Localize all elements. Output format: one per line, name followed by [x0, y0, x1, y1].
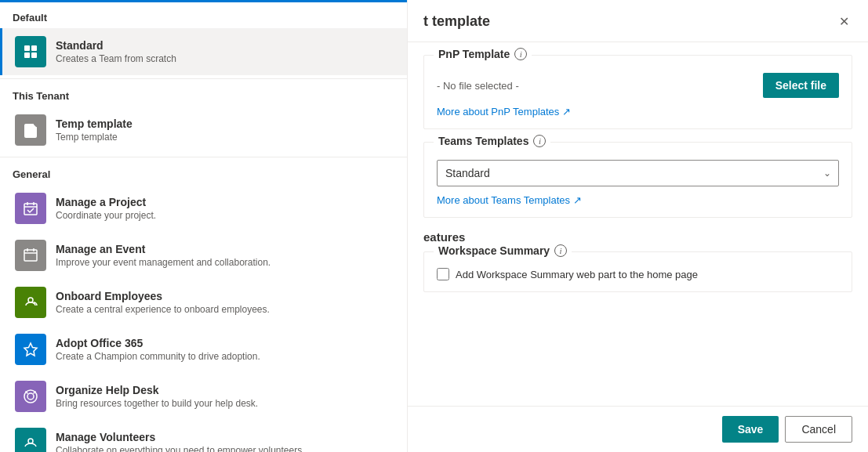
- close-button[interactable]: ✕: [836, 11, 852, 32]
- pnp-template-section: PnP Template i - No file selected - Sele…: [423, 55, 852, 129]
- panel-title: t template: [423, 13, 490, 30]
- cancel-button[interactable]: Cancel: [785, 416, 852, 443]
- external-link-icon-teams: ↗: [573, 194, 582, 206]
- right-panel: t template ✕ PnP Template i - No file se…: [408, 0, 868, 452]
- template-subtitle-volunteers: Collaborate on everything you need to em…: [56, 445, 305, 452]
- template-subtitle-standard: Creates a Team from scratch: [56, 53, 176, 64]
- more-pnp-link[interactable]: More about PnP Templates ↗: [437, 106, 571, 118]
- template-subtitle-manage-event: Improve your event management and collab…: [56, 257, 271, 268]
- workspace-checkbox-label[interactable]: Add Workspace Summary web part to the ho…: [456, 269, 698, 280]
- svg-marker-13: [24, 343, 37, 356]
- template-text-standard: Standard Creates a Team from scratch: [56, 39, 176, 64]
- template-item-temp[interactable]: Temp template Temp template: [0, 107, 407, 154]
- template-item-adopt-office[interactable]: Adopt Office 365 Create a Champion commu…: [0, 326, 407, 373]
- template-title-temp: Temp template: [56, 118, 133, 130]
- panel-content: PnP Template i - No file selected - Sele…: [408, 42, 868, 406]
- section-header-default: Default: [0, 0, 407, 28]
- template-title-manage-event: Manage an Event: [56, 243, 271, 255]
- template-text-volunteers: Manage Volunteers Collaborate on everyth…: [56, 431, 305, 452]
- section-header-general: General: [0, 161, 407, 185]
- template-icon-helpdesk: [15, 381, 46, 412]
- template-item-standard[interactable]: Standard Creates a Team from scratch: [0, 28, 407, 75]
- no-file-row: - No file selected - Select file: [437, 73, 839, 98]
- svg-point-15: [27, 393, 34, 400]
- pnp-section-label: PnP Template i: [434, 48, 532, 60]
- more-teams-link[interactable]: More about Teams Templates ↗: [437, 194, 582, 206]
- panel-footer: Save Cancel: [408, 406, 868, 452]
- svg-rect-2: [24, 52, 30, 58]
- template-item-volunteers[interactable]: Manage Volunteers Collaborate on everyth…: [0, 420, 407, 452]
- template-text-manage-project: Manage a Project Coordinate your project…: [56, 196, 156, 221]
- template-icon-standard: [15, 36, 46, 67]
- workspace-checkbox-row: Add Workspace Summary web part to the ho…: [437, 268, 839, 280]
- teams-section-label: Teams Templates i: [434, 135, 550, 147]
- template-subtitle-adopt-office: Create a Champion community to drive ado…: [56, 351, 260, 362]
- template-subtitle-onboard: Create a central experience to onboard e…: [56, 304, 270, 315]
- template-title-volunteers: Manage Volunteers: [56, 431, 305, 443]
- template-subtitle-helpdesk: Bring resources together to build your h…: [56, 398, 258, 409]
- template-icon-volunteers: [15, 428, 46, 452]
- save-button[interactable]: Save: [722, 416, 779, 443]
- template-title-onboard: Onboard Employees: [56, 290, 270, 302]
- teams-dropdown[interactable]: Standard Manage a Project Manage an Even…: [437, 160, 839, 186]
- template-text-temp: Temp template Temp template: [56, 118, 133, 143]
- template-icon-adopt-office: [15, 334, 46, 365]
- template-title-helpdesk: Organize Help Desk: [56, 384, 258, 396]
- template-text-adopt-office: Adopt Office 365 Create a Champion commu…: [56, 337, 260, 362]
- template-title-manage-project: Manage a Project: [56, 196, 156, 208]
- template-icon-manage-event: [15, 240, 46, 271]
- select-file-button[interactable]: Select file: [763, 73, 839, 98]
- svg-rect-4: [24, 204, 37, 215]
- template-title-standard: Standard: [56, 39, 176, 52]
- svg-rect-1: [31, 45, 37, 51]
- template-subtitle-manage-project: Coordinate your project.: [56, 210, 156, 221]
- svg-rect-3: [31, 52, 37, 58]
- template-subtitle-temp: Temp template: [56, 132, 133, 143]
- svg-point-12: [28, 298, 33, 302]
- template-item-helpdesk[interactable]: Organize Help Desk Bring resources toget…: [0, 373, 407, 420]
- template-text-manage-event: Manage an Event Improve your event manag…: [56, 243, 271, 268]
- features-label: eatures: [423, 230, 852, 244]
- template-icon-manage-project: [15, 193, 46, 224]
- section-header-tenant: This Tenant: [0, 82, 407, 107]
- template-item-manage-project[interactable]: Manage a Project Coordinate your project…: [0, 185, 407, 232]
- workspace-checkbox[interactable]: [437, 268, 449, 280]
- template-list-panel: Default Standard Creates a Team from scr…: [0, 0, 408, 452]
- teams-info-icon[interactable]: i: [533, 135, 546, 147]
- template-text-onboard: Onboard Employees Create a central exper…: [56, 290, 270, 315]
- pnp-info-icon[interactable]: i: [514, 48, 527, 60]
- template-icon-temp: [15, 114, 46, 146]
- panel-header: t template ✕: [408, 0, 868, 42]
- template-icon-onboard: [15, 287, 46, 318]
- teams-templates-section: Teams Templates i Standard Manage a Proj…: [423, 142, 852, 218]
- workspace-info-icon[interactable]: i: [554, 244, 567, 257]
- svg-rect-0: [24, 45, 30, 51]
- template-text-helpdesk: Organize Help Desk Bring resources toget…: [56, 384, 258, 409]
- workspace-section-label: Workspace Summary i: [434, 244, 572, 257]
- svg-point-16: [28, 439, 33, 443]
- workspace-summary-section: Workspace Summary i Add Workspace Summar…: [423, 251, 852, 292]
- no-file-text: - No file selected -: [437, 80, 519, 92]
- svg-rect-8: [24, 250, 37, 261]
- template-item-onboard[interactable]: Onboard Employees Create a central exper…: [0, 279, 407, 326]
- template-title-adopt-office: Adopt Office 365: [56, 337, 260, 349]
- teams-dropdown-wrapper: Standard Manage a Project Manage an Even…: [437, 160, 839, 186]
- external-link-icon: ↗: [562, 106, 571, 118]
- template-item-manage-event[interactable]: Manage an Event Improve your event manag…: [0, 232, 407, 279]
